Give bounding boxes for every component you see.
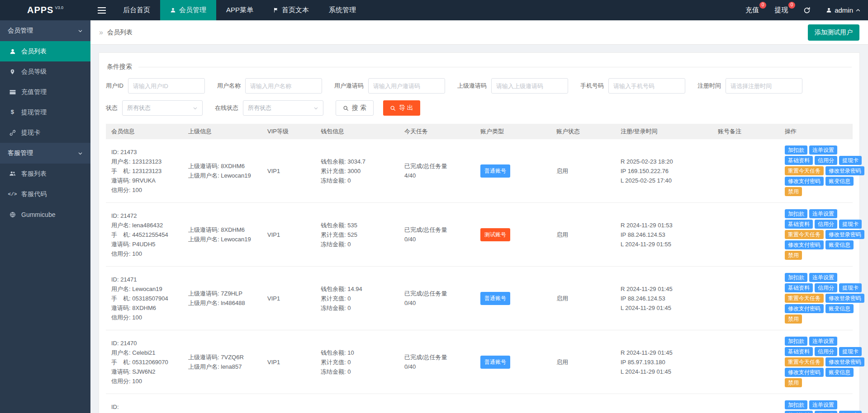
change-login-password-button[interactable]: 修改登录密码 [825,357,864,366]
logo-text: APPS [27,5,53,15]
recharge-link[interactable]: 充值 0 [738,0,767,20]
member-phone-label: 手 机: [111,359,131,366]
disable-button[interactable]: 禁用 [785,314,802,324]
sidebar-item-label: 充值管理 [21,88,47,96]
basic-info-button[interactable]: 基础资料 [785,283,813,292]
sidebar-item-member-list[interactable]: 会员列表 [0,41,90,61]
user-name-input[interactable] [245,78,322,94]
chain-order-settings-button[interactable]: 连单设置 [809,337,837,346]
chain-order-settings-button[interactable]: 连单设置 [809,209,837,218]
add-deduct-button[interactable]: 加扣款 [785,145,807,155]
parent-user-value: ln486488 [221,300,245,306]
admin-username: admin [835,6,853,14]
add-test-user-button[interactable]: 添加测试用户 [808,24,859,41]
credit-score-button[interactable]: 信用分 [815,283,837,292]
status-select[interactable]: 所有状态 [122,100,203,116]
user-invite-code-input[interactable] [368,78,445,94]
breadcrumb-bar: » 会员列表 添加测试用户 [90,20,868,45]
reset-today-task-button[interactable]: 重置今天任务 [785,166,824,175]
chain-order-settings-button[interactable]: 连单设置 [809,145,837,155]
reset-today-task-button[interactable]: 重置今天任务 [785,294,824,303]
credit-score-button[interactable]: 信用分 [815,220,837,229]
sidebar-item-recharge-management[interactable]: 充值管理 [0,82,90,102]
refresh-button[interactable] [796,0,818,20]
parent-invite-label: 上级邀请码: [188,354,219,361]
disable-button[interactable]: 禁用 [785,187,802,196]
sidebar-item-label: Gummicube [21,211,55,218]
sidebar-group-customer-service[interactable]: 客服管理 [0,143,90,164]
parent-invite-code-input[interactable] [491,78,568,94]
add-deduct-button[interactable]: 加扣款 [785,400,807,409]
withdraw-card-button[interactable]: 提现卡 [839,220,862,229]
register-login-time-cell: R 2024-11-29 01:45 IP 88.246.124.53 L 20… [615,284,712,313]
hamburger-icon[interactable] [90,0,113,20]
search-button[interactable]: 搜 索 [336,100,374,116]
add-deduct-button[interactable]: 加扣款 [785,209,807,218]
account-change-info-button[interactable]: 账变信息 [825,240,854,249]
sidebar-item-withdraw-management[interactable]: $ 提现管理 [0,102,90,122]
export-button[interactable]: 导 出 [383,100,420,116]
sidebar-item-withdraw-card[interactable]: 提现卡 [0,122,90,143]
change-login-password-button[interactable]: 修改登录密码 [825,230,864,239]
nav-tab-label: 系统管理 [329,6,356,14]
member-id-value: 21470 [120,340,137,347]
wallet-balance-label: 钱包余额: [321,286,346,292]
reset-today-task-button[interactable]: 重置今天任务 [785,357,824,366]
withdraw-card-button[interactable]: 提现卡 [839,347,862,356]
total-recharge-value: 3000 [347,168,360,174]
disable-button[interactable]: 禁用 [785,378,802,387]
withdraw-card-button[interactable]: 提现卡 [839,156,862,165]
basic-info-button[interactable]: 基础资料 [785,411,813,413]
withdraw-label: 提现 [774,6,788,14]
chain-order-settings-button[interactable]: 连单设置 [809,400,837,409]
vip-level-cell: VIP1 [262,357,315,367]
chain-order-settings-button[interactable]: 连单设置 [809,273,837,282]
credit-score-button[interactable]: 信用分 [815,156,837,165]
user-id-input[interactable] [128,78,205,94]
credit-score-button[interactable]: 信用分 [815,411,837,413]
online-status-select[interactable]: 所有状态 [243,100,323,116]
change-pay-password-button[interactable]: 修改支付密码 [785,240,824,249]
register-time-input[interactable] [726,78,802,94]
search-filters-row: 用户ID 用户名称 用户邀请码 上级邀请码 手机号码 [106,78,853,94]
nav-tab-app-menu[interactable]: APP菜单 [216,0,263,20]
credit-score-button[interactable]: 信用分 [815,347,837,356]
change-login-password-button[interactable]: 修改登录密码 [825,166,864,175]
withdraw-card-button[interactable]: 提现卡 [839,411,862,413]
member-credit-value: 100 [132,378,142,385]
parent-user-label: 上级用户名: [188,300,219,306]
account-change-info-button[interactable]: 账变信息 [825,304,854,313]
reset-today-task-button[interactable]: 重置今天任务 [785,230,824,239]
withdraw-card-button[interactable]: 提现卡 [839,283,862,292]
account-change-info-button[interactable]: 账变信息 [825,177,854,186]
change-pay-password-button[interactable]: 修改支付密码 [785,368,824,377]
nav-tab-members[interactable]: 会员管理 [160,0,216,20]
nav-tab-home-text[interactable]: 首页文本 [263,0,319,20]
change-login-password-button[interactable]: 修改登录密码 [825,294,864,303]
change-pay-password-button[interactable]: 修改支付密码 [785,304,824,313]
task-ratio: 4/40 [404,171,475,180]
phone-input[interactable] [608,78,685,94]
basic-info-button[interactable]: 基础资料 [785,220,813,229]
nav-tab-system[interactable]: 系统管理 [319,0,366,20]
add-deduct-button[interactable]: 加扣款 [785,273,807,282]
sidebar-item-service-code[interactable]: </> 客服代码 [0,184,90,204]
basic-info-button[interactable]: 基础资料 [785,347,813,356]
frozen-amount-label: 冻结金额: [321,241,346,248]
basic-info-button[interactable]: 基础资料 [785,156,813,165]
disable-button[interactable]: 禁用 [785,251,802,260]
change-pay-password-button[interactable]: 修改支付密码 [785,177,824,186]
account-type-cell: 普通账号 [475,292,551,305]
account-change-info-button[interactable]: 账变信息 [825,368,854,377]
parent-invite-value: 7VZQ6R [221,354,244,361]
sidebar-item-member-level[interactable]: 会员等级 [0,61,90,82]
sidebar-item-service-list[interactable]: 客服列表 [0,164,90,184]
admin-menu[interactable]: admin [818,0,868,20]
filter-label: 用户邀请码 [334,82,364,90]
sidebar-group-members[interactable]: 会员管理 [0,20,90,41]
withdraw-link[interactable]: 提现 0 [767,0,796,20]
parent-info-cell: 上级邀请码: 8XDHM6 上级用户名: Lewocan19 [183,225,262,244]
nav-tab-dashboard[interactable]: 后台首页 [113,0,160,20]
sidebar-item-gummicube[interactable]: Gummicube [0,204,90,225]
add-deduct-button[interactable]: 加扣款 [785,337,807,346]
